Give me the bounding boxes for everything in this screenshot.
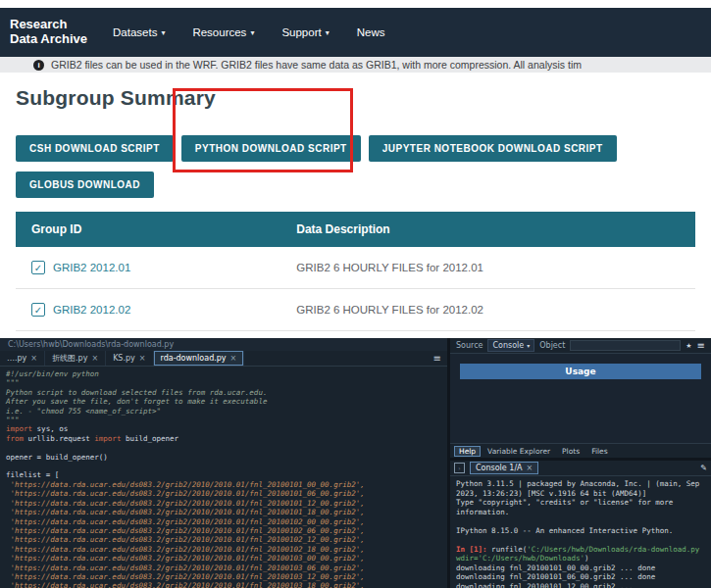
editor-tab-py[interactable]: 折线图.py× [45,351,106,366]
code-line [6,462,447,470]
editor-code[interactable]: #!/usr/bin/env python"""Python script to… [0,367,447,588]
logo-line-1: Research [10,18,87,32]
console-line: information. [456,508,705,517]
pane-tab-plots[interactable]: Plots [557,446,584,457]
close-icon[interactable]: × [91,354,98,363]
row-checkbox[interactable]: ✓ [31,303,45,317]
text-segment: Type "copyright", "credits" or "license"… [456,498,673,507]
source-label: Source [456,341,482,350]
pane-tab-help[interactable]: Help [454,446,481,457]
nav-item-label: News [357,26,385,38]
chevron-down-icon: ▾ [250,28,254,37]
text-segment: 'https://data.rda.ucar.edu/ds083.2/grib2… [6,508,365,516]
code-line: 'https://data.rda.ucar.edu/ds083.2/grib2… [6,517,447,526]
pane-bottom-tabs: HelpVariable ExplorerPlotsFiles [450,443,711,458]
close-icon[interactable]: × [139,354,146,363]
code-line: opener = build_opener() [6,453,447,462]
pin-icon[interactable]: ★ [686,342,691,350]
pane-tab-files[interactable]: Files [586,446,612,457]
info-icon: i [33,60,44,71]
table-header-row: Group ID Data Description [16,212,695,247]
group-id-link[interactable]: GRIB2 2012.01 [53,262,130,273]
nav-item-support[interactable]: Support▾ [281,26,329,38]
group-id-link[interactable]: GRIB2 2012.02 [53,304,130,316]
edit-icon[interactable]: ✎ [700,464,707,472]
console-line: 2023, 13:26:23) [MSC v.1916 64 bit (AMD6… [456,489,705,499]
data-description-cell: GRIB2 6 HOURLY FILES for 2012.02 [280,289,695,331]
row-checkbox[interactable]: ✓ [31,261,45,274]
column-header-data-description: Data Description [280,212,695,247]
object-label: Object [539,341,565,350]
close-icon[interactable]: × [230,354,237,363]
editor-file-path: C:\Users\hwb\Downloads\rda-download.py [0,338,447,351]
source-select[interactable]: Console ▾ [487,339,534,352]
text-segment: """ [6,378,20,387]
close-icon[interactable]: × [30,354,37,363]
terminal-icon: › [454,463,465,473]
nav-item-label: Resources [192,26,246,38]
console-line: Python 3.11.5 | packaged by Anaconda, In… [456,479,705,489]
csh-download-script-button[interactable]: CSH DOWNLOAD SCRIPT [16,135,174,162]
text-segment: i.e. - "chmod 755 <name_of_script>" [6,407,161,416]
download-buttons: CSH DOWNLOAD SCRIPTPYTHON DOWNLOAD SCRIP… [16,135,643,198]
text-segment: import [94,434,121,443]
code-line: 'https://data.rda.ucar.edu/ds083.2/grib2… [6,508,447,516]
code-line: 'https://data.rda.ucar.edu/ds083.2/grib2… [6,581,447,588]
source-select-value: Console [492,341,524,350]
text-segment: 'https://data.rda.ucar.edu/ds083.2/grib2… [6,517,365,526]
code-line: 'https://data.rda.ucar.edu/ds083.2/grib2… [6,489,447,498]
main-nav: Datasets▾Resources▾Support▾News [113,26,384,38]
text-segment: sys, os [32,424,68,433]
code-line: import sys, os [6,424,447,433]
pane-tab-variable-explorer[interactable]: Variable Explorer [482,446,555,457]
editor-pane: C:\Users\hwb\Downloads\rda-download.py ≡… [0,338,450,588]
object-input[interactable] [570,340,681,351]
jupyter-notebook-download-script-button[interactable]: JUPYTER NOTEBOOK DOWNLOAD SCRIPT [369,135,617,162]
console-output[interactable]: Python 3.11.5 | packaged by Anaconda, In… [450,476,711,588]
editor-tabbar: ≡ ….py×折线图.py×KS.py×rda-download.py× [0,351,447,367]
top-gap [0,0,711,8]
code-line: filelist = [ [6,470,447,479]
editor-tab-label: 折线图.py [52,353,87,364]
text-segment: 'https://data.rda.ucar.edu/ds083.2/grib2… [6,545,365,554]
help-toolbar: Source Console ▾ Object ★ ≡ [450,338,711,354]
editor-tab-ks-py[interactable]: KS.py× [106,351,153,366]
editor-tab-label: rda-download.py [161,354,227,363]
nav-item-news[interactable]: News [357,26,385,38]
code-line: """ [6,378,447,387]
console-line: wdir='C:/Users/hwb/Downloads') [456,554,705,564]
pane-options-icon[interactable]: ≡ [697,340,705,351]
console-line: downloading fnl_20100101_06_00.grib2 ...… [456,572,705,582]
close-icon[interactable]: × [527,464,533,472]
site-header: Research Data Archive Datasets▾Resources… [0,8,711,57]
nav-item-datasets[interactable]: Datasets▾ [113,26,165,38]
console-line: IPython 8.15.0 -- An enhanced Interactiv… [456,526,705,536]
editor-tab-label: ….py [7,354,26,363]
text-segment: 'https://data.rda.ucar.edu/ds083.2/grib2… [6,489,365,498]
globus-download-button[interactable]: GLOBUS DOWNLOAD [16,172,154,198]
editor-tab-py[interactable]: ….py× [0,351,45,366]
group-id-cell: ✓GRIB2 2012.02 [16,289,280,331]
console-tab-label: Console 1/A [476,464,523,472]
console-tab[interactable]: Console 1/A × [470,462,538,474]
code-line [6,443,447,452]
editor-tab-label: KS.py [113,354,135,363]
chevron-down-icon: ▾ [527,342,530,349]
console-line: downloading fnl_20100101_12_00.grib2 ... [456,582,705,588]
group-id-cell: ✓GRIB2 2012.01 [16,247,280,289]
text-segment: 'https://data.rda.ucar.edu/ds083.2/grib2… [6,581,365,588]
main-content: Subgroup Summary CSH DOWNLOAD SCRIPTPYTH… [0,86,711,373]
text-segment: 'https://data.rda.ucar.edu/ds083.2/grib2… [6,499,365,508]
editor-tab-rda-download-py[interactable]: rda-download.py× [154,351,245,366]
text-segment: downloading fnl_20100101_12_00.grib2 ... [456,582,634,588]
nav-item-resources[interactable]: Resources▾ [192,26,254,38]
chevron-down-icon: ▾ [326,28,330,37]
nav-item-label: Support [281,26,321,38]
ide-right-pane: Source Console ▾ Object ★ ≡ Usage HelpVa… [450,338,711,588]
python-download-script-button[interactable]: PYTHON DOWNLOAD SCRIPT [181,135,361,162]
data-description-cell: GRIB2 6 HOURLY FILES for 2012.01 [280,247,695,289]
editor-menu-icon[interactable]: ≡ [428,351,447,366]
code-line: #!/usr/bin/env python [6,369,447,378]
chevron-down-icon: ▾ [161,28,165,37]
site-logo[interactable]: Research Data Archive [10,18,87,47]
